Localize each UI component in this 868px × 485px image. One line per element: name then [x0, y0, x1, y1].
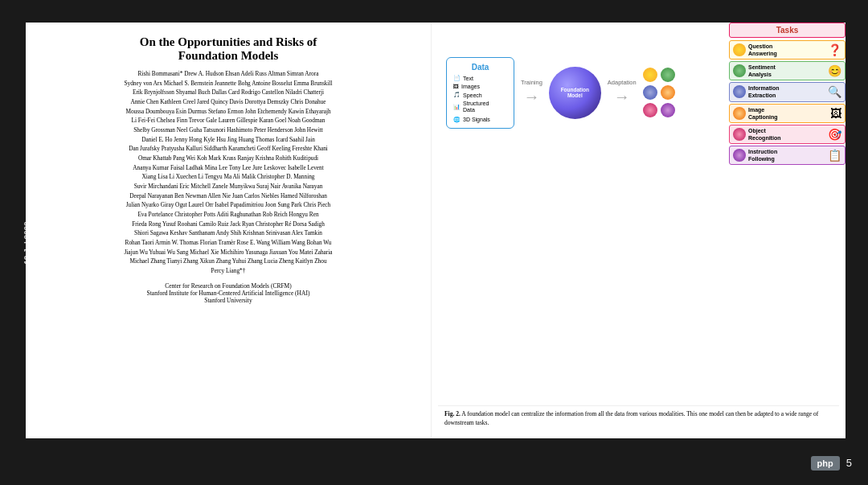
php-badge: php — [811, 456, 840, 471]
affiliation2: Stanford Institute for Human-Centered Ar… — [42, 290, 415, 297]
training-label: Training — [521, 79, 542, 86]
caption-text: A foundation model can centralize the in… — [444, 410, 818, 426]
adaptation-label: Adaptation — [608, 79, 637, 86]
data-box: Data 📄Text 🖼Images 🎵Speech 📊StructuredDa… — [446, 57, 514, 129]
task-ball-sa — [733, 64, 746, 77]
page-number: 5 — [846, 457, 852, 469]
task-item-ie: InformationExtraction 🔍 — [729, 82, 845, 101]
data-item-3d: 🌐3D Signals — [453, 117, 507, 123]
tasks-panel: Tasks QuestionAnswering ❓ SentimentAnaly… — [729, 23, 845, 166]
task-ball-ie — [733, 85, 746, 98]
authors-block: Rishi Bommasani* Drew A. Hudson Ehsan Ad… — [42, 69, 415, 276]
task-icon-sa: 😊 — [828, 64, 841, 77]
data-item-speech: 🎵Speech — [453, 92, 507, 98]
task-label-ic: ImageCaptioning — [748, 106, 828, 121]
task-icon-qa: ❓ — [828, 43, 841, 56]
task-ball-or-small — [643, 103, 657, 117]
left-panel: On the Opportunities and Risks of Founda… — [26, 23, 432, 438]
affiliations: Center for Research on Foundation Models… — [42, 282, 415, 304]
foundation-sphere: Foundation Model — [549, 67, 601, 119]
task-ball-ie-small — [643, 85, 657, 100]
task-icon-ic: 🖼 — [830, 107, 841, 120]
task-ball-qa — [733, 43, 746, 56]
task-icon-or: 🎯 — [828, 128, 841, 141]
data-item-structured: 📊StructuredData — [453, 101, 507, 114]
training-arrow: → — [523, 88, 539, 106]
main-content-area: On the Opportunities and Risks of Founda… — [26, 23, 845, 438]
task-icon-ie: 🔍 — [828, 85, 841, 98]
task-item-ic: ImageCaptioning 🖼 — [729, 104, 845, 123]
task-label-sa: SentimentAnalysis — [748, 64, 825, 78]
task-icon-if: 📋 — [828, 149, 841, 162]
task-item-sa: SentimentAnalysis 😊 — [729, 61, 845, 80]
task-ball-sa-small — [661, 68, 675, 82]
task-balls-cluster — [643, 68, 675, 117]
training-section: Training → — [521, 79, 542, 106]
task-label-ie: InformationExtraction — [748, 84, 825, 99]
task-label-or: ObjectRecognition — [748, 127, 825, 142]
caption-area: Fig. 2. A foundation model can centraliz… — [438, 405, 839, 432]
bottom-bar: php 5 — [0, 441, 868, 485]
task-ball-ic-small — [661, 85, 675, 100]
affiliation1: Center for Research on Foundation Models… — [42, 282, 415, 290]
task-item-if: InstructionFollowing 📋 — [729, 146, 845, 165]
task-ball-if — [733, 149, 746, 162]
data-item-images: 🖼Images — [453, 84, 507, 89]
foundation-model: Foundation Model — [549, 67, 601, 119]
paper-title: On the Opportunities and Risks of Founda… — [42, 35, 415, 63]
affiliation3: Stanford University — [42, 297, 415, 304]
task-item-qa: QuestionAnswering ❓ — [729, 40, 845, 60]
tasks-title: Tasks — [729, 23, 845, 38]
data-item-text: 📄Text — [453, 75, 507, 81]
task-ball-qa-small — [643, 68, 657, 82]
title-line2: Foundation Models — [42, 49, 415, 63]
adaptation-section: Adaptation → — [608, 79, 637, 106]
task-ball-or — [733, 128, 746, 141]
title-line1: On the Opportunities and Risks of — [42, 35, 415, 49]
data-title: Data — [453, 63, 507, 72]
adaptation-arrow: → — [614, 88, 630, 106]
task-ball-ic — [733, 107, 746, 120]
task-ball-if-small — [661, 103, 675, 117]
task-item-or: ObjectRecognition 🎯 — [729, 125, 845, 144]
right-panel: Tasks QuestionAnswering ❓ SentimentAnaly… — [432, 23, 845, 438]
task-label-qa: QuestionAnswering — [748, 43, 825, 57]
figure-label: Fig. 2. — [444, 410, 461, 417]
diagram-flow: Data 📄Text 🖼Images 🎵Speech 📊StructuredDa… — [438, 57, 719, 129]
paper-content: On the Opportunities and Risks of Founda… — [26, 23, 845, 438]
task-label-if: InstructionFollowing — [748, 148, 825, 162]
